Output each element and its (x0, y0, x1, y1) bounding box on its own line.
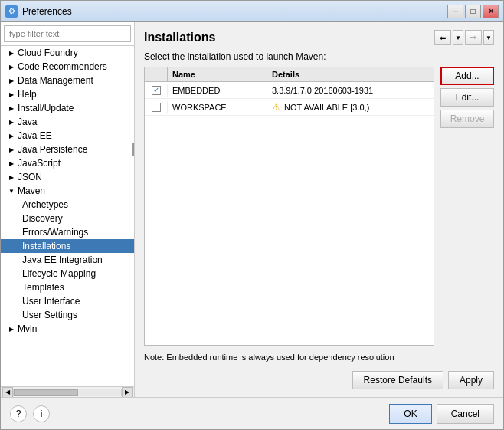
right-panel: Installations ⬅ ▼ ⮕ ▼ Select the install… (135, 22, 503, 397)
expand-arrow: ▶ (7, 145, 16, 154)
row-checkbox-1[interactable]: ✓ (145, 84, 168, 97)
sidebar-item-java-ee[interactable]: ▶ Java EE (1, 129, 134, 143)
sidebar-item-java-ee-integration[interactable]: Java EE Integration (1, 253, 134, 267)
sidebar-item-label: JSON (18, 172, 42, 182)
preferences-window: ⚙ Preferences ─ □ ✕ ▶ Cloud Foundry ▶ (0, 0, 504, 430)
row-checkbox-2[interactable] (145, 101, 168, 113)
sidebar-item-discovery[interactable]: Discovery (1, 212, 134, 225)
minimize-button[interactable]: ─ (447, 5, 463, 18)
table-row[interactable]: ✓ EMBEDDED 3.3.9/1.7.0.20160603-1931 (145, 82, 434, 99)
nav-back-button[interactable]: ⬅ (434, 30, 451, 45)
sidebar-item-installations[interactable]: Installations (1, 239, 134, 253)
expand-arrow: ▼ (7, 186, 16, 195)
restore-defaults-button[interactable]: Restore Defaults (352, 371, 443, 389)
row-name-workspace: WORKSPACE (168, 101, 267, 113)
horizontal-scrollbar[interactable]: ◀ ▶ (1, 386, 134, 397)
info-icon-button[interactable]: i (33, 405, 50, 422)
sidebar-item-label: Lifecycle Mapping (22, 268, 96, 279)
sidebar-item-label: Archetypes (22, 199, 68, 210)
footer-actions: OK Cancel (389, 404, 494, 424)
ok-button[interactable]: OK (389, 404, 431, 424)
sidebar-item-label: Java Persistence (18, 144, 87, 155)
help-icon: ? (16, 409, 21, 419)
sidebar-item-templates[interactable]: Templates (1, 281, 134, 294)
row-name-embedded: EMBEDDED (168, 84, 267, 97)
scroll-left-btn[interactable]: ◀ (2, 387, 13, 398)
sidebar-item-label: Code Recommenders (18, 61, 107, 72)
header-details: Details (267, 67, 434, 81)
sidebar-item-label: Installations (22, 241, 70, 251)
apply-button[interactable]: Apply (448, 371, 494, 389)
sidebar-item-data-management[interactable]: ▶ Data Management (1, 74, 134, 87)
nav-buttons: ⬅ ▼ ⮕ ▼ (434, 30, 494, 45)
expand-arrow: ▶ (7, 324, 16, 333)
edit-button[interactable]: Edit... (440, 88, 494, 107)
right-header: Installations ⬅ ▼ ⮕ ▼ (144, 30, 494, 45)
sidebar-item-install-update[interactable]: ▶ Install/Update (1, 101, 134, 115)
row-details-embedded: 3.3.9/1.7.0.20160603-1931 (267, 84, 434, 97)
sidebar-item-errors-warnings[interactable]: Errors/Warnings (1, 225, 134, 239)
titlebar: ⚙ Preferences ─ □ ✕ (1, 1, 503, 22)
sidebar-item-label: Discovery (22, 213, 63, 224)
sidebar-item-mvln[interactable]: ▶ Mvln (1, 322, 134, 336)
header-name: Name (168, 67, 267, 81)
remove-button[interactable]: Remove (440, 110, 494, 128)
nav-forward-dropdown[interactable]: ▼ (483, 30, 494, 45)
row-details-workspace: ⚠ NOT AVAILABLE [3.0,) (267, 100, 434, 114)
expand-arrow: ▶ (7, 159, 16, 168)
nav-forward-button[interactable]: ⮕ (465, 30, 482, 45)
filter-input[interactable] (4, 25, 131, 42)
sidebar-item-cloud-foundry[interactable]: ▶ Cloud Foundry (1, 46, 134, 60)
table-header: Name Details (145, 67, 434, 82)
sidebar-item-java[interactable]: ▶ Java (1, 115, 134, 129)
table-body: ✓ EMBEDDED 3.3.9/1.7.0.20160603-1931 WOR… (145, 82, 434, 345)
sidebar-item-label: Templates (22, 282, 64, 293)
sidebar-item-label: Java (18, 117, 37, 127)
sidebar-item-archetypes[interactable]: Archetypes (1, 198, 134, 212)
expand-arrow: ▶ (7, 76, 16, 85)
warning-icon: ⚠ (272, 102, 280, 113)
nav-back-dropdown[interactable]: ▼ (453, 30, 463, 45)
sidebar-item-label: Cloud Foundry (18, 48, 78, 58)
sidebar-item-user-settings[interactable]: User Settings (1, 308, 134, 322)
tree-area: ▶ Cloud Foundry ▶ Code Recommenders ▶ Da… (1, 46, 134, 386)
sidebar-item-label: JavaScript (18, 158, 61, 169)
window-icon: ⚙ (5, 5, 18, 18)
help-icon-button[interactable]: ? (10, 405, 27, 422)
sidebar-item-code-recommenders[interactable]: ▶ Code Recommenders (1, 60, 134, 74)
scroll-track[interactable] (13, 389, 122, 396)
sidebar-item-label: Help (18, 89, 37, 100)
expand-arrow: ▶ (7, 172, 16, 182)
subtitle-text: Select the installation used to launch M… (144, 51, 494, 62)
page-title: Installations (144, 31, 215, 44)
titlebar-buttons: ─ □ ✕ (447, 5, 499, 18)
sidebar-item-label: Maven (18, 185, 45, 196)
sidebar-item-label: Java EE Integration (22, 254, 103, 265)
scroll-right-btn[interactable]: ▶ (122, 387, 133, 398)
sidebar-item-help[interactable]: ▶ Help (1, 87, 134, 101)
header-checkbox (145, 67, 168, 81)
sidebar-item-javascript[interactable]: ▶ JavaScript (1, 156, 134, 170)
checkbox-workspace[interactable] (152, 103, 161, 112)
expand-arrow: ▶ (7, 62, 16, 71)
info-icon: i (41, 409, 43, 419)
window-title: Preferences (22, 6, 447, 17)
add-button[interactable]: Add... (440, 67, 494, 85)
sidebar-item-user-interface[interactable]: User Interface (1, 294, 134, 308)
sidebar-item-label: User Interface (22, 296, 80, 307)
close-button[interactable]: ✕ (483, 5, 499, 18)
checkbox-embedded[interactable]: ✓ (152, 86, 161, 95)
sidebar-item-lifecycle-mapping[interactable]: Lifecycle Mapping (1, 267, 134, 281)
expand-arrow: ▶ (7, 117, 16, 126)
expand-arrow: ▶ (7, 90, 16, 99)
footer-icons: ? i (10, 405, 50, 422)
main-content: ▶ Cloud Foundry ▶ Code Recommenders ▶ Da… (1, 22, 503, 397)
cancel-button[interactable]: Cancel (437, 404, 494, 424)
maximize-button[interactable]: □ (465, 5, 481, 18)
sidebar-item-maven[interactable]: ▼ Maven (1, 184, 134, 198)
sidebar-item-label: Mvln (18, 323, 37, 334)
sidebar-item-json[interactable]: ▶ JSON (1, 170, 134, 184)
sidebar-item-java-persistence[interactable]: ▶ Java Persistence (1, 143, 134, 156)
side-buttons: Add... Edit... Remove (440, 67, 494, 346)
table-row[interactable]: WORKSPACE ⚠ NOT AVAILABLE [3.0,) (145, 99, 434, 116)
